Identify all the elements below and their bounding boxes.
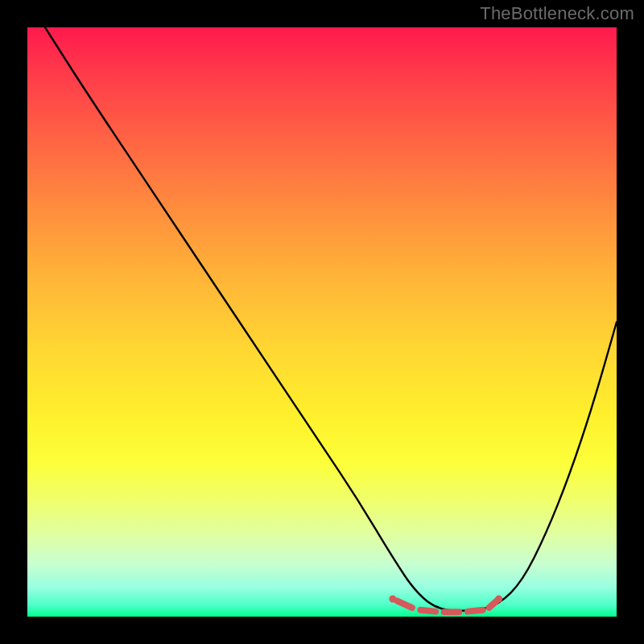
- watermark-text: TheBottleneck.com: [480, 3, 634, 24]
- svg-line-3: [468, 610, 483, 612]
- svg-line-0: [397, 601, 412, 607]
- chart-plot-area: [27, 27, 617, 617]
- svg-point-6: [495, 596, 502, 603]
- chart-svg: [27, 27, 617, 617]
- svg-line-1: [420, 610, 436, 612]
- svg-point-5: [389, 596, 396, 603]
- svg-line-4: [489, 601, 497, 607]
- optimal-range-marker: [389, 596, 502, 613]
- bottleneck-curve: [45, 27, 617, 611]
